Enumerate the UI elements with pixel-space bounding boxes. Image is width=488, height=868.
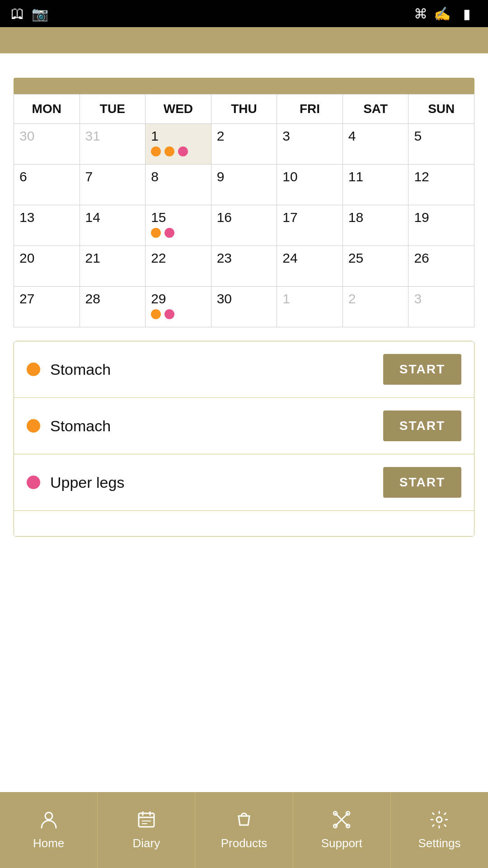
calendar-day-number: 2 [217,128,225,143]
calendar-day-cell[interactable]: 13 [14,205,80,246]
calendar-day-cell[interactable]: 19 [408,205,474,246]
calendar-day-cell[interactable]: 6 [14,165,80,205]
calendar-day-number: 4 [348,128,356,143]
start-treatment-button[interactable]: START [383,467,461,498]
calendar-day-cell[interactable]: 12 [408,165,474,205]
orange-dot [164,146,174,156]
calendar-day-cell[interactable]: 1 [145,124,211,165]
orange-dot [151,228,161,238]
calendar-day-cell[interactable]: 15 [145,205,211,246]
calendar-day-number: 10 [282,169,297,184]
treatment-left: Upper legs [27,474,124,491]
weekday-fri: FRI [277,94,343,124]
calendar-day-cell[interactable]: 16 [211,205,277,246]
orange-treatment-dot [27,419,40,433]
calendar-day-cell[interactable]: 30 [14,124,80,165]
calendar-day-cell[interactable]: 8 [145,165,211,205]
products-icon [234,810,254,833]
calendar-day-cell[interactable]: 20 [14,246,80,287]
calendar-day-cell[interactable]: 2 [211,124,277,165]
calendar-day-cell[interactable]: 24 [277,246,343,287]
status-info: ⌘ ✍ ▮ [414,6,477,22]
calendar-day-cell[interactable]: 30 [211,287,277,327]
status-bar: 🕮 📷 ⌘ ✍ ▮ [0,0,488,27]
calendar-header-row: MON TUE WED THU FRI SAT SUN [14,94,474,124]
calendar-day-number: 12 [414,169,429,184]
calendar-day-number: 13 [19,210,34,225]
nav-settings[interactable]: Settings [391,792,488,868]
home-icon [39,810,59,833]
settings-icon [429,810,449,833]
nav-products[interactable]: Products [195,792,293,868]
svg-rect-1 [139,813,154,827]
support-icon [332,810,352,833]
calendar-day-number: 16 [217,210,232,225]
calendar-day-cell[interactable]: 11 [343,165,408,205]
weekday-mon: MON [14,94,80,124]
calendar-day-number: 19 [414,210,429,225]
calendar-day-cell[interactable]: 21 [80,246,145,287]
signal-icon: ✍ [434,6,450,22]
calendar-day-cell[interactable]: 25 [343,246,408,287]
calendar-day-number: 26 [414,250,429,265]
calendar-day-cell[interactable]: 10 [277,165,343,205]
calendar-day-cell[interactable]: 14 [80,205,145,246]
calendar-day-cell[interactable]: 31 [80,124,145,165]
page-content: MON TUE WED THU FRI SAT SUN 303112345678… [0,53,488,792]
calendar-day-number: 1 [282,291,290,306]
app-header [0,27,488,53]
calendar-day-number: 21 [85,250,100,265]
dots-row [151,146,206,156]
nav-diary[interactable]: Diary [98,792,195,868]
pink-treatment-dot [27,476,40,489]
pink-dot [164,309,174,319]
treatment-row: Upper legsSTART [14,454,474,511]
calendar-day-number: 15 [151,210,166,225]
calendar-day-cell[interactable]: 3 [408,287,474,327]
weekday-tue: TUE [80,94,145,124]
calendar-day-cell[interactable]: 27 [14,287,80,327]
calendar-week-row: 303112345 [14,124,474,165]
treatment-label: Stomach [50,417,111,435]
calendar-day-cell[interactable]: 5 [408,124,474,165]
calendar-day-cell[interactable]: 29 [145,287,211,327]
treatment-label: Upper legs [50,474,124,491]
nav-home[interactable]: Home [0,792,98,868]
diary-icon [136,810,156,833]
calendar-day-cell[interactable]: 1 [277,287,343,327]
calendar-day-cell[interactable]: 7 [80,165,145,205]
calendar-day-cell[interactable]: 26 [408,246,474,287]
calendar-day-cell[interactable]: 2 [343,287,408,327]
orange-treatment-dot [27,363,40,376]
calendar-day-number: 30 [217,291,232,306]
calendar-day-cell[interactable]: 4 [343,124,408,165]
calendar-day-cell[interactable]: 23 [211,246,277,287]
nav-support-label: Support [321,836,362,850]
start-treatment-button[interactable]: START [383,410,461,441]
dots-row [151,309,206,319]
calendar-day-cell[interactable]: 18 [343,205,408,246]
treatments-box: StomachSTARTStomachSTARTUpper legsSTART [14,341,474,537]
calendar-day-number: 25 [348,250,363,265]
calendar-nav [14,78,474,94]
weekday-wed: WED [145,94,211,124]
calendar-day-number: 2 [348,291,356,306]
calendar-day-cell[interactable]: 9 [211,165,277,205]
treatment-left: Stomach [27,417,111,435]
calendar-day-cell[interactable]: 28 [80,287,145,327]
calendar-day-cell[interactable]: 22 [145,246,211,287]
orange-dot [151,146,161,156]
nav-support[interactable]: Support [293,792,391,868]
battery-icon: ▮ [463,6,471,22]
calendar-day-number: 5 [414,128,422,143]
calendar-day-number: 20 [19,250,34,265]
calendar-day-number: 1 [151,128,159,143]
svg-point-0 [45,812,52,820]
start-treatment-button[interactable]: START [383,354,461,385]
calendar-day-cell[interactable]: 17 [277,205,343,246]
calendar-day-cell[interactable]: 3 [277,124,343,165]
bottom-nav: Home Diary Products [0,792,488,868]
gallery-icon: 📷 [32,6,48,22]
wifi-icon: ⌘ [414,6,427,22]
orange-dot [151,309,161,319]
